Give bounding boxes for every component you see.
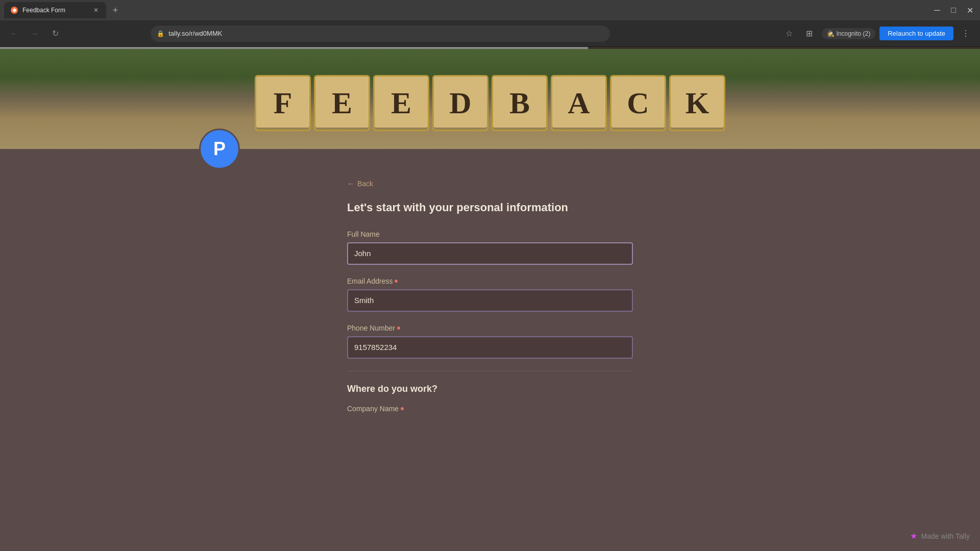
section-divider: [347, 371, 633, 371]
tab-favicon: ✱: [10, 6, 18, 14]
tab-title: Feedback Form: [22, 7, 88, 14]
footer-badge[interactable]: ★ Made with Tally: [910, 531, 970, 541]
lock-icon: 🔒: [157, 30, 164, 37]
phone-field-group: Phone Number: [347, 324, 633, 359]
restore-button[interactable]: □: [947, 4, 960, 16]
back-label: Back: [357, 180, 373, 188]
avatar: P: [199, 129, 240, 169]
form-area: ← Back Let's start with your personal in…: [347, 169, 633, 466]
section-title: Let's start with your personal informati…: [347, 200, 633, 216]
tab-close-button[interactable]: ✕: [92, 6, 100, 14]
full-name-field-group: Full Name: [347, 230, 633, 265]
browser-tab[interactable]: ✱ Feedback Form ✕: [4, 2, 106, 18]
email-input[interactable]: [347, 289, 633, 312]
tally-star-icon: ★: [910, 531, 917, 541]
email-label: Email Address: [347, 277, 633, 285]
browser-titlebar: ✱ Feedback Form ✕ + ─ □ ✕: [0, 0, 980, 20]
close-button[interactable]: ✕: [964, 4, 976, 16]
incognito-badge[interactable]: 🕵 Incognito (2): [822, 28, 876, 39]
page-content: F E E D B A C K P ← Back: [0, 47, 980, 551]
email-field-group: Email Address: [347, 277, 633, 312]
incognito-label: Incognito (2): [837, 30, 871, 37]
back-link[interactable]: ← Back: [347, 180, 633, 188]
extensions-icon[interactable]: ⊞: [801, 26, 818, 42]
company-label: Company Name: [347, 405, 633, 413]
back-nav-button[interactable]: ←: [6, 26, 22, 42]
forward-nav-button[interactable]: →: [27, 26, 43, 42]
menu-icon[interactable]: ⋮: [958, 26, 974, 42]
browser-chrome: ✱ Feedback Form ✕ + ─ □ ✕ ← → ↻ 🔒 tally.…: [0, 0, 980, 47]
company-field-group: Company Name: [347, 405, 633, 413]
browser-toolbar: ← → ↻ 🔒 tally.so/r/wd0MMK ☆ ⊞ 🕵 Incognit…: [0, 20, 980, 47]
incognito-icon: 🕵: [827, 30, 835, 37]
company-required-indicator: [401, 407, 404, 410]
phone-label: Phone Number: [347, 324, 633, 332]
made-with-label: Made with Tally: [921, 532, 970, 540]
back-arrow-icon: ←: [347, 180, 354, 188]
phone-required-indicator: [397, 327, 400, 330]
svg-text:✱: ✱: [12, 8, 17, 13]
progress-bar: [0, 47, 588, 49]
url-display: tally.so/r/wd0MMK: [168, 30, 604, 37]
new-tab-button[interactable]: +: [108, 3, 122, 17]
reload-button[interactable]: ↻: [47, 26, 63, 42]
avatar-container: P: [0, 129, 980, 169]
full-name-input[interactable]: [347, 242, 633, 265]
relaunch-button[interactable]: Relaunch to update: [879, 27, 953, 40]
bookmark-icon[interactable]: ☆: [781, 26, 797, 42]
address-bar[interactable]: 🔒 tally.so/r/wd0MMK: [151, 26, 610, 42]
progress-bar-container: [0, 47, 980, 49]
toolbar-right: ☆ ⊞ 🕵 Incognito (2) Relaunch to update ⋮: [781, 26, 974, 42]
full-name-label: Full Name: [347, 230, 633, 238]
window-controls: ─ □ ✕: [931, 4, 976, 16]
work-section-title: Where do you work?: [347, 384, 633, 394]
phone-input[interactable]: [347, 336, 633, 359]
minimize-button[interactable]: ─: [931, 4, 943, 16]
email-required-indicator: [395, 280, 398, 283]
